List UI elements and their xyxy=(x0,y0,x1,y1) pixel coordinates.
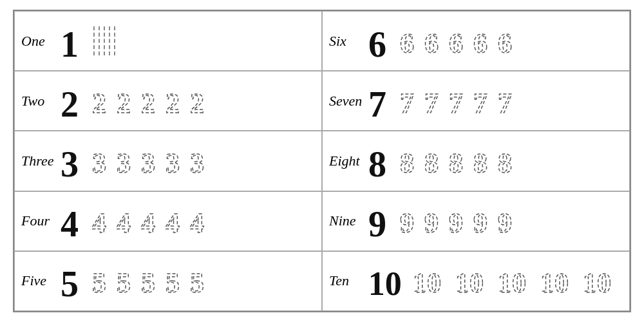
svg-text:9: 9 xyxy=(498,207,512,238)
trace-digit: 6 xyxy=(472,22,495,61)
svg-text:2: 2 xyxy=(141,88,155,118)
svg-text:10: 10 xyxy=(368,266,402,301)
solid-digit: 7 xyxy=(367,81,396,121)
word-label: One xyxy=(21,33,57,50)
number-cell: Five555555 xyxy=(14,251,322,311)
dash-line xyxy=(104,26,105,55)
solid-digit: 4 xyxy=(59,201,88,241)
number-cell: Nine999999 xyxy=(322,191,630,251)
svg-text:2: 2 xyxy=(117,88,131,118)
trace-digit: 5 xyxy=(115,261,138,300)
number-cell: Eight888888 xyxy=(322,131,630,191)
word-label: Three xyxy=(21,153,57,169)
svg-text:5: 5 xyxy=(166,267,180,298)
svg-text:3: 3 xyxy=(61,144,79,181)
svg-text:7: 7 xyxy=(368,84,386,121)
svg-text:7: 7 xyxy=(498,88,512,118)
trace-group: 1010101010 xyxy=(412,261,623,300)
svg-text:1: 1 xyxy=(61,24,79,61)
svg-text:2: 2 xyxy=(61,84,79,121)
svg-text:2: 2 xyxy=(166,88,180,118)
svg-text:8: 8 xyxy=(449,147,463,178)
trace-digit: 10 xyxy=(454,261,495,300)
trace-digit: 5 xyxy=(189,261,212,300)
solid-digit: 5 xyxy=(59,261,88,301)
trace-group: 55555 xyxy=(91,261,212,300)
word-label: Two xyxy=(21,93,57,109)
svg-text:6: 6 xyxy=(449,28,463,58)
worksheet: One1Six666666Two222222Seven777777Three33… xyxy=(13,10,631,312)
svg-text:8: 8 xyxy=(368,144,386,181)
svg-text:9: 9 xyxy=(424,207,439,238)
word-label: Five xyxy=(21,272,57,289)
trace-digit: 2 xyxy=(189,82,212,120)
svg-text:8: 8 xyxy=(400,147,414,178)
number-cell: Four444444 xyxy=(14,191,322,251)
svg-text:9: 9 xyxy=(368,204,386,241)
svg-text:4: 4 xyxy=(117,207,131,238)
svg-text:2: 2 xyxy=(190,88,204,118)
svg-text:6: 6 xyxy=(424,28,439,58)
svg-text:9: 9 xyxy=(473,207,488,238)
trace-digit: 3 xyxy=(115,142,138,180)
trace-digit: 5 xyxy=(91,261,114,300)
number-cell: Two222222 xyxy=(14,71,322,131)
trace-digit: 9 xyxy=(497,202,520,240)
svg-text:10: 10 xyxy=(455,267,484,298)
trace-digit: 2 xyxy=(164,82,187,120)
trace-digit: 10 xyxy=(539,261,580,300)
trace-digit: 7 xyxy=(423,82,446,120)
number-cell: Seven777777 xyxy=(322,71,630,131)
trace-digit: 9 xyxy=(472,202,495,240)
svg-text:4: 4 xyxy=(166,207,180,238)
svg-text:7: 7 xyxy=(473,88,488,118)
number-cell: One1 xyxy=(14,11,322,71)
svg-text:10: 10 xyxy=(583,267,611,298)
word-label: Eight xyxy=(329,153,365,169)
trace-digit: 8 xyxy=(497,142,520,180)
svg-text:7: 7 xyxy=(424,88,439,118)
trace-digit: 10 xyxy=(582,261,623,300)
trace-digit: 9 xyxy=(448,202,471,240)
svg-text:4: 4 xyxy=(61,204,79,241)
solid-digit: 3 xyxy=(59,141,88,181)
solid-digit: 10 xyxy=(367,261,409,301)
solid-digit: 2 xyxy=(59,81,88,121)
trace-digit: 7 xyxy=(448,82,471,120)
trace-digit: 9 xyxy=(423,202,446,240)
trace-digit: 8 xyxy=(399,142,422,180)
svg-text:3: 3 xyxy=(92,147,106,178)
trace-digit: 7 xyxy=(399,82,422,120)
svg-text:10: 10 xyxy=(540,267,569,298)
dash-line xyxy=(109,26,110,55)
trace-digit: 2 xyxy=(140,82,163,120)
dash-line xyxy=(114,26,115,55)
trace-digit: 7 xyxy=(472,82,495,120)
svg-text:4: 4 xyxy=(92,207,106,238)
trace-digit: 9 xyxy=(399,202,422,240)
trace-digit: 5 xyxy=(164,261,187,300)
svg-text:4: 4 xyxy=(190,207,204,238)
trace-digit: 2 xyxy=(91,82,114,120)
trace-group: 77777 xyxy=(399,82,520,120)
trace-group: 22222 xyxy=(91,82,212,120)
svg-text:10: 10 xyxy=(413,267,441,298)
svg-text:7: 7 xyxy=(449,88,463,118)
trace-digit: 3 xyxy=(189,142,212,180)
svg-text:3: 3 xyxy=(141,147,155,178)
svg-text:6: 6 xyxy=(473,28,488,58)
svg-text:5: 5 xyxy=(141,267,155,298)
trace-digit: 8 xyxy=(448,142,471,180)
svg-text:5: 5 xyxy=(92,267,106,298)
word-label: Nine xyxy=(329,213,365,229)
svg-text:8: 8 xyxy=(473,147,488,178)
trace-digit: 3 xyxy=(140,142,163,180)
svg-text:3: 3 xyxy=(190,147,204,178)
trace-digit: 6 xyxy=(448,22,471,61)
svg-text:8: 8 xyxy=(498,147,512,178)
trace-digit: 6 xyxy=(423,22,446,61)
svg-text:6: 6 xyxy=(400,28,414,58)
solid-digit: 6 xyxy=(367,21,396,61)
trace-group: 66666 xyxy=(399,22,520,61)
solid-digit: 1 xyxy=(59,21,88,61)
